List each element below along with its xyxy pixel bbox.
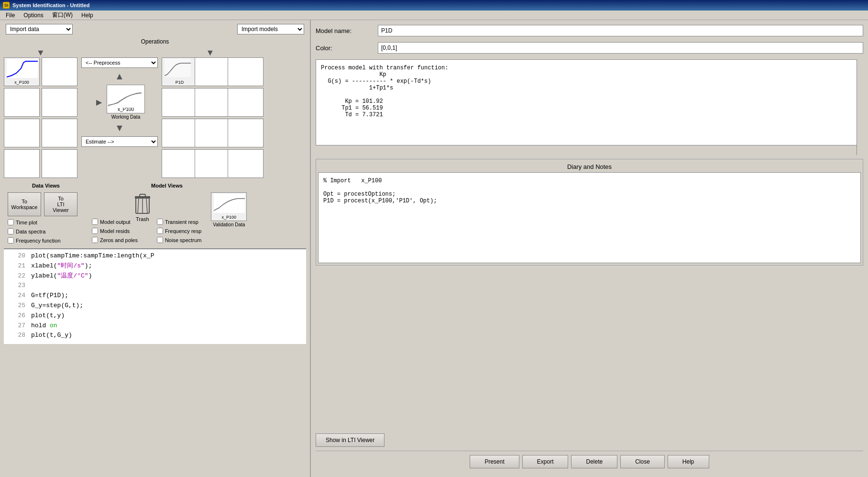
- import-data-select[interactable]: Import data: [6, 24, 73, 34]
- bottom-section: ToWorkspace ToLTI Viewer Time plot Data …: [4, 192, 306, 244]
- freq-function-checkbox[interactable]: [8, 237, 14, 244]
- validation-cell-label: x_P100: [222, 215, 237, 220]
- show-lti-button[interactable]: Show in LTI Viewer: [316, 433, 385, 447]
- transient-resp-label: Transient resp: [165, 219, 198, 225]
- noise-spectrum-row: Noise spectrum: [157, 237, 201, 243]
- data-cell-7[interactable]: [4, 149, 40, 178]
- color-input[interactable]: [378, 42, 863, 54]
- working-data-container: x_P100 Working Data: [107, 85, 145, 120]
- working-data-label: Working Data: [111, 114, 140, 120]
- help-button[interactable]: Help: [668, 455, 709, 468]
- arrow-down-data: ▼: [36, 48, 45, 57]
- code-line-22: 22 ylabel("温度/°C"): [4, 271, 306, 281]
- freq-function-row: Frequency function: [8, 237, 77, 244]
- freq-resp-label: Frequency resp: [165, 228, 201, 234]
- data-cell-8[interactable]: [42, 149, 77, 178]
- ops-section: ▼ x_P100: [4, 48, 306, 178]
- noise-spectrum-checkbox[interactable]: [157, 237, 163, 243]
- model-cell-12[interactable]: [228, 149, 264, 178]
- color-row: Color:: [316, 42, 863, 54]
- operations-label: Operations: [4, 38, 306, 45]
- import-models-select[interactable]: Import models: [237, 24, 304, 34]
- model-resids-checkbox[interactable]: [92, 228, 98, 234]
- menu-help[interactable]: Help: [77, 11, 97, 19]
- diary-box[interactable]: % Import x_P100 Opt = procestOptions; P1…: [318, 172, 861, 263]
- code-line-27: 27 hold on: [4, 321, 306, 331]
- model-cell-5[interactable]: [195, 88, 231, 117]
- working-data-cell[interactable]: x_P100: [107, 85, 145, 113]
- close-button[interactable]: Close: [620, 455, 665, 468]
- arrow-right-ops: ▶: [94, 98, 104, 107]
- model-cell-4[interactable]: [162, 88, 198, 117]
- arrow-down-ops: ▼: [115, 122, 124, 133]
- data-cell-6[interactable]: [42, 119, 77, 147]
- validation-cell[interactable]: x_P100: [211, 192, 247, 221]
- diary-title: Diary and Notes: [318, 161, 861, 172]
- svg-rect-8: [140, 194, 145, 197]
- data-cell-2[interactable]: [42, 57, 77, 86]
- export-button[interactable]: Export: [522, 455, 569, 468]
- model-cell-10[interactable]: [162, 149, 198, 178]
- code-line-28: 28 plot(t,G_y): [4, 331, 306, 341]
- data-cell-5[interactable]: [4, 119, 40, 147]
- model-name-input[interactable]: [378, 25, 863, 36]
- model-checkboxes-right: Transient resp Frequency resp Noise spec…: [157, 219, 201, 243]
- scrollbar[interactable]: [857, 59, 863, 155]
- trash-container: Trash: [133, 192, 152, 222]
- model-cell-2[interactable]: [195, 57, 231, 86]
- data-grid: x_P100: [4, 57, 77, 178]
- svg-line-4: [138, 198, 139, 213]
- freq-function-label: Frequency function: [16, 238, 61, 244]
- to-workspace-button[interactable]: ToWorkspace: [8, 192, 41, 216]
- delete-button[interactable]: Delete: [571, 455, 617, 468]
- time-plot-checkbox[interactable]: [8, 219, 14, 225]
- model-grid: P1D: [162, 57, 259, 178]
- menu-options[interactable]: Options: [20, 11, 47, 19]
- model-resids-label: Model resids: [100, 228, 130, 234]
- estimate-select[interactable]: Estimate -->: [81, 136, 158, 147]
- model-output-checkbox[interactable]: [92, 219, 98, 225]
- model-cell-11[interactable]: [195, 149, 231, 178]
- data-cell-3[interactable]: [4, 88, 40, 117]
- center-ops: <-- Preprocess ▲ ▶ x_P100: [81, 48, 158, 147]
- code-line-26: 26 plot(t,y): [4, 311, 306, 321]
- data-spectra-row: Data spectra: [8, 228, 77, 234]
- model-resids-row: Model resids: [92, 228, 138, 234]
- to-lti-button[interactable]: ToLTI Viewer: [44, 192, 77, 216]
- model-cell-8[interactable]: [195, 119, 231, 147]
- trash-icon[interactable]: [133, 192, 152, 216]
- menu-file[interactable]: File: [2, 11, 19, 19]
- menu-window[interactable]: 窗口(W): [48, 11, 77, 20]
- left-bottom: ToWorkspace ToLTI Viewer Time plot Data …: [8, 192, 77, 244]
- transient-resp-checkbox[interactable]: [157, 219, 163, 225]
- model-checkboxes: Model output Model resids Zeros and pole…: [92, 219, 138, 243]
- model-cell-9[interactable]: [228, 119, 264, 147]
- trash-label: Trash: [136, 216, 149, 222]
- model-cell-6[interactable]: [228, 88, 264, 117]
- arrow-up-ops: ▲: [115, 71, 124, 82]
- data-spectra-checkbox[interactable]: [8, 228, 14, 234]
- code-editor: 20 plot(sampTime:sampTime:length(x_P 21 …: [4, 248, 306, 344]
- workspace-lti-row: ToWorkspace ToLTI Viewer: [8, 192, 77, 216]
- trash-section: Trash: [143, 192, 152, 222]
- freq-resp-checkbox[interactable]: [157, 228, 163, 234]
- freq-resp-row: Frequency resp: [157, 228, 201, 234]
- model-cell-7[interactable]: [162, 119, 198, 147]
- titlebar: SI System Identification - Untitled: [0, 0, 868, 11]
- model-cell-1[interactable]: P1D: [162, 57, 198, 86]
- model-cell-3[interactable]: [228, 57, 264, 86]
- model-name-row: Model name:: [316, 25, 863, 36]
- preprocess-select[interactable]: <-- Preprocess: [81, 57, 158, 68]
- model-name-label: Model name:: [316, 27, 373, 34]
- data-cell-1[interactable]: x_P100: [4, 57, 40, 86]
- transient-resp-row: Transient resp: [157, 219, 201, 225]
- code-line-21: 21 xlabel("时间/s");: [4, 261, 306, 271]
- data-cell-4[interactable]: [42, 88, 77, 117]
- validation-data-label: Validation Data: [213, 222, 245, 227]
- zeros-poles-checkbox[interactable]: [92, 237, 98, 243]
- present-button[interactable]: Present: [470, 455, 519, 468]
- noise-spectrum-label: Noise spectrum: [165, 237, 201, 243]
- arrow-down-models: ▼: [206, 48, 215, 57]
- left-panel: Import data Import models Operations ▼: [0, 20, 311, 477]
- right-panel: Model name: Color: Process model with tr…: [311, 20, 868, 477]
